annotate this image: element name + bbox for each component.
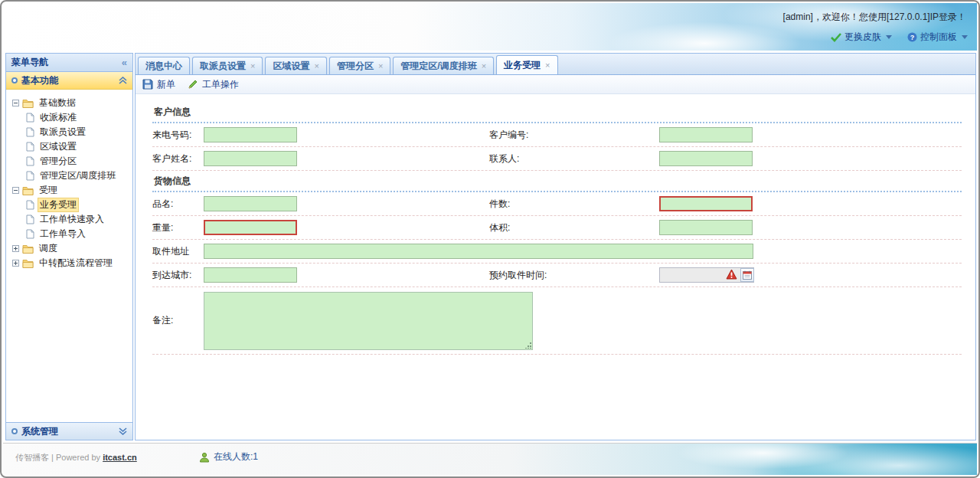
tree-node-shoupai-standard[interactable]: 收派标准: [11, 110, 129, 125]
new-order-label: 新单: [157, 78, 175, 91]
contact-input[interactable]: [659, 151, 753, 166]
itcast-link[interactable]: itcast.cn: [103, 453, 137, 462]
form-row: 客户姓名: 联系人:: [152, 147, 962, 171]
tree-node-base-data[interactable]: 基础数据: [11, 96, 129, 110]
app-window: [admin]，欢迎你！您使用[127.0.0.1]IP登录！ 更换皮肤 ? 控…: [0, 0, 980, 478]
control-panel-button[interactable]: ? 控制面板: [907, 31, 968, 44]
close-icon[interactable]: ×: [482, 61, 486, 70]
workorder-operation-label: 工单操作: [202, 78, 239, 91]
arrive-city-input[interactable]: [204, 267, 297, 283]
tree-node-transfer-delivery[interactable]: 中转配送流程管理: [11, 256, 129, 270]
weight-input[interactable]: [204, 220, 297, 235]
tree-node-dispatch[interactable]: 调度: [11, 241, 129, 256]
form-row: 取件地址: [152, 240, 962, 264]
page-icon: [26, 127, 34, 137]
control-panel-label: 控制面板: [920, 31, 957, 44]
pickup-time-field: [659, 267, 754, 283]
arrive-city-label: 到达城市:: [152, 269, 204, 282]
warning-icon: [726, 269, 737, 280]
page-icon: [26, 214, 34, 224]
piece-count-label: 件数:: [489, 198, 659, 211]
form-row: 备注:: [152, 287, 962, 355]
product-name-input[interactable]: [204, 196, 297, 211]
toolbar: 新单 工单操作: [136, 75, 975, 94]
sidebar: 菜单导航 « 基本功能 基础数据 收派标准 取派员设置: [5, 53, 133, 440]
bullet-icon: [11, 428, 18, 434]
person-icon: [199, 452, 210, 463]
close-icon[interactable]: ×: [314, 61, 318, 70]
piece-count-input[interactable]: [659, 196, 753, 211]
tab-courier-settings[interactable]: 取派员设置 ×: [192, 57, 263, 74]
folder-icon: [22, 185, 34, 195]
tree-node-region-settings[interactable]: 区域设置: [11, 139, 129, 154]
weight-label: 重量:: [152, 221, 204, 234]
change-skin-button[interactable]: 更换皮肤: [831, 31, 892, 44]
tree-node-manage-partition[interactable]: 管理分区: [11, 154, 129, 169]
tab-region-settings[interactable]: 区域设置 ×: [265, 57, 326, 74]
volume-input[interactable]: [659, 220, 753, 235]
chevron-double-up-icon[interactable]: [119, 77, 127, 84]
folder-icon: [22, 98, 34, 108]
customer-no-input[interactable]: [659, 127, 753, 142]
tree-node-workorder-quick-entry[interactable]: 工作单快速录入: [11, 212, 129, 227]
help-icon: ?: [907, 32, 917, 42]
customer-no-label: 客户编号:: [489, 129, 659, 142]
section-header-customer: 客户信息: [152, 102, 962, 123]
close-icon[interactable]: ×: [378, 61, 383, 70]
svg-text:?: ?: [910, 34, 915, 41]
page-icon: [26, 229, 34, 239]
remark-textarea[interactable]: [204, 292, 533, 350]
change-skin-label: 更换皮肤: [844, 31, 881, 44]
page-icon: [26, 113, 34, 123]
accordion-bottom-label: 系统管理: [21, 425, 58, 438]
online-count-label: 在线人数:1: [214, 450, 258, 463]
accordion-system-management[interactable]: 系统管理: [6, 422, 132, 440]
tab-fixed-area-schedule[interactable]: 管理定区/调度排班 ×: [393, 57, 494, 74]
accordion-basic-functions[interactable]: 基本功能: [6, 72, 132, 90]
tree-node-accept[interactable]: 受理: [11, 183, 129, 198]
tree-node-fixed-area-schedule[interactable]: 管理定区/调度排班: [11, 169, 129, 183]
page-icon: [26, 142, 34, 152]
pickup-address-label: 取件地址: [152, 245, 204, 258]
new-order-button[interactable]: 新单: [142, 78, 175, 91]
minus-box-icon[interactable]: [12, 100, 19, 106]
copyright: 传智播客 | Powered by itcast.cn: [15, 452, 137, 463]
chevron-down-icon: [962, 35, 968, 39]
page-icon: [26, 171, 34, 181]
customer-name-input[interactable]: [204, 151, 297, 166]
tab-business-accept[interactable]: 业务受理 ×: [496, 55, 557, 74]
resize-handle-icon[interactable]: [525, 342, 531, 349]
contact-label: 联系人:: [489, 152, 659, 165]
sidebar-header: 菜单导航 «: [6, 54, 132, 72]
plus-box-icon[interactable]: [12, 245, 19, 252]
caller-number-label: 来电号码:: [152, 129, 204, 142]
pickup-time-label: 预约取件时间:: [489, 269, 659, 282]
remark-label: 备注:: [152, 314, 204, 327]
online-users: 在线人数:1: [199, 450, 258, 463]
main-panel: 消息中心 取派员设置 × 区域设置 × 管理分区 × 管理定区/调度排班 × 业…: [135, 53, 976, 440]
tree-node-workorder-import[interactable]: 工作单导入: [11, 227, 129, 241]
workorder-operation-button[interactable]: 工单操作: [188, 78, 239, 91]
tree-node-courier-settings[interactable]: 取派员设置: [11, 125, 129, 139]
close-icon[interactable]: ×: [250, 61, 255, 70]
save-icon: [142, 79, 153, 90]
menu-tree: 基础数据 收派标准 取派员设置 区域设置 管理分区 管理定区/调度排班: [6, 90, 132, 422]
collapse-left-icon[interactable]: «: [122, 57, 127, 68]
chevron-double-down-icon[interactable]: [119, 427, 127, 435]
tab-manage-partition[interactable]: 管理分区 ×: [329, 57, 390, 74]
caller-number-input[interactable]: [204, 127, 297, 142]
tab-message-center[interactable]: 消息中心: [138, 57, 190, 74]
pickup-address-input[interactable]: [204, 244, 753, 259]
accordion-top-label: 基本功能: [21, 74, 58, 87]
customer-name-label: 客户姓名:: [152, 152, 204, 165]
tree-node-business-accept[interactable]: 业务受理: [11, 198, 129, 212]
minus-box-icon[interactable]: [12, 187, 19, 194]
plus-box-icon[interactable]: [12, 260, 19, 267]
calendar-icon[interactable]: [740, 268, 754, 282]
header-banner: [admin]，欢迎你！您使用[127.0.0.1]IP登录！ 更换皮肤 ? 控…: [3, 3, 977, 51]
pencil-icon: [188, 79, 198, 90]
business-accept-form: 客户信息 来电号码: 客户编号: 客户姓名: 联系人: 货物信息 品名: 件数:: [136, 94, 975, 440]
check-icon: [831, 33, 841, 42]
remark-field: [204, 292, 533, 350]
close-icon[interactable]: ×: [545, 61, 550, 70]
